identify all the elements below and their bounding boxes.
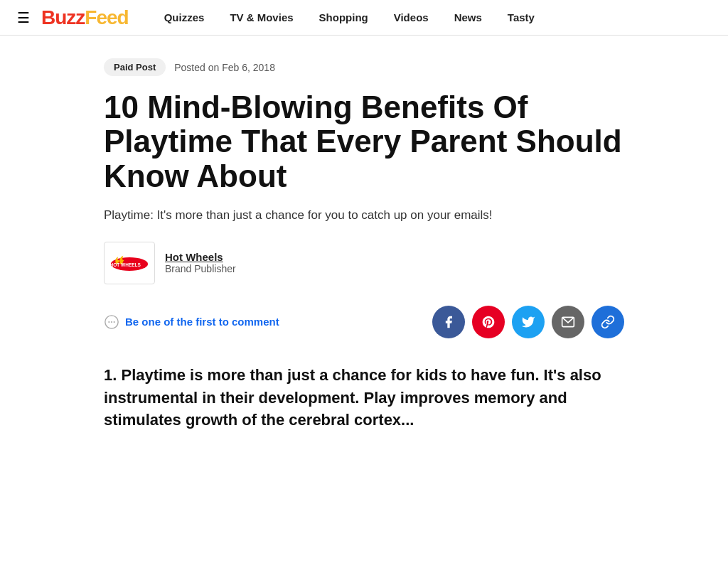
main-nav: Quizzes TV & Movies Shopping Videos News… [151, 0, 547, 36]
author-info: Hot Wheels Brand Publisher [165, 251, 236, 274]
social-icons [432, 306, 624, 338]
nav-item-tasty[interactable]: Tasty [495, 0, 547, 36]
logo-feed: Feed [85, 6, 128, 28]
svg-point-5 [114, 321, 115, 323]
copy-link-button[interactable] [592, 306, 624, 338]
logo-buzz: Buzz [41, 6, 85, 28]
paid-post-badge: Paid Post [104, 58, 166, 76]
link-icon [601, 315, 615, 329]
hot-wheels-logo-svg: HOT WHEELS [109, 250, 150, 276]
social-row: Be one of the first to comment [104, 306, 624, 338]
email-icon [561, 315, 575, 329]
twitter-share-button[interactable] [512, 306, 545, 338]
author-name[interactable]: Hot Wheels [165, 251, 236, 263]
posted-date: Posted on Feb 6, 2018 [174, 62, 275, 73]
article-subtitle: Playtime: It's more than just a chance f… [104, 206, 624, 225]
nav-item-tv-movies[interactable]: TV & Movies [217, 0, 306, 36]
author-logo-box: HOT WHEELS [104, 242, 155, 284]
nav-item-news[interactable]: News [441, 0, 495, 36]
article-body-text: 1. Playtime is more than just a chance f… [104, 364, 624, 432]
article-content: Paid Post Posted on Feb 6, 2018 10 Mind-… [87, 36, 641, 460]
email-share-button[interactable] [552, 306, 584, 338]
site-header: ☰ BuzzFeed Quizzes TV & Movies Shopping … [0, 0, 728, 36]
pinterest-icon [481, 315, 496, 329]
comment-link[interactable]: Be one of the first to comment [104, 314, 279, 330]
facebook-share-button[interactable] [432, 306, 465, 338]
article-title: 10 Mind-Blowing Benefits Of Playtime Tha… [104, 90, 624, 193]
author-row: HOT WHEELS Hot Wheels Brand Publisher [104, 242, 624, 284]
nav-item-quizzes[interactable]: Quizzes [151, 0, 218, 36]
svg-point-3 [108, 321, 109, 323]
article-body: 1. Playtime is more than just a chance f… [104, 364, 624, 432]
article-meta: Paid Post Posted on Feb 6, 2018 [104, 58, 624, 76]
nav-item-shopping[interactable]: Shopping [306, 0, 381, 36]
twitter-icon [521, 315, 535, 329]
pinterest-share-button[interactable] [472, 306, 505, 338]
svg-text:HOT WHEELS: HOT WHEELS [109, 262, 141, 267]
svg-point-4 [111, 321, 112, 323]
facebook-icon [441, 315, 456, 329]
author-role: Brand Publisher [165, 263, 236, 274]
hamburger-icon[interactable]: ☰ [17, 9, 30, 26]
comment-bubble-icon [104, 314, 119, 330]
site-logo[interactable]: BuzzFeed [41, 6, 129, 29]
nav-item-videos[interactable]: Videos [381, 0, 441, 36]
